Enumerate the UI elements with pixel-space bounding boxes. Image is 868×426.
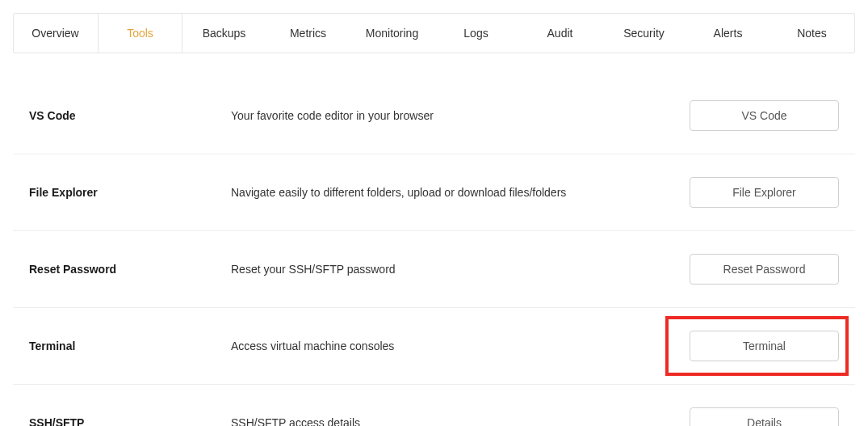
tools-list: VS Code Your favorite code editor in you… [13, 78, 855, 426]
tab-overview[interactable]: Overview [14, 14, 98, 53]
row-desc: Navigate easily to different folders, up… [231, 186, 677, 199]
row-desc: Access virtual machine consoles [231, 340, 677, 352]
row-file-explorer: File Explorer Navigate easily to differe… [13, 154, 855, 231]
tab-security[interactable]: Security [602, 14, 686, 53]
tab-logs[interactable]: Logs [434, 14, 518, 53]
row-title: Terminal [29, 340, 231, 352]
tab-backups[interactable]: Backups [182, 14, 266, 53]
row-action: Reset Password [677, 254, 839, 285]
row-reset-password: Reset Password Reset your SSH/SFTP passw… [13, 231, 855, 308]
row-title: SSH/SFTP [29, 416, 231, 426]
tab-audit[interactable]: Audit [518, 14, 602, 53]
row-title: VS Code [29, 109, 231, 122]
row-action: File Explorer [677, 177, 839, 208]
row-desc: Reset your SSH/SFTP password [231, 263, 677, 276]
tab-notes[interactable]: Notes [770, 14, 854, 53]
tab-bar: Overview Tools Backups Metrics Monitorin… [13, 13, 855, 53]
tab-tools[interactable]: Tools [98, 14, 182, 53]
row-action: VS Code [677, 100, 839, 131]
terminal-button[interactable]: Terminal [690, 331, 839, 361]
row-title: Reset Password [29, 263, 231, 276]
tab-monitoring[interactable]: Monitoring [350, 14, 434, 53]
row-action: Details [677, 407, 839, 426]
row-desc: Your favorite code editor in your browse… [231, 109, 677, 122]
tab-metrics[interactable]: Metrics [266, 14, 350, 53]
row-desc: SSH/SFTP access details [231, 416, 677, 426]
reset-password-button[interactable]: Reset Password [690, 254, 839, 285]
row-ssh-sftp: SSH/SFTP SSH/SFTP access details Details [13, 385, 855, 426]
row-vscode: VS Code Your favorite code editor in you… [13, 78, 855, 154]
row-title: File Explorer [29, 186, 231, 199]
ssh-sftp-details-button[interactable]: Details [690, 407, 839, 426]
vscode-button[interactable]: VS Code [690, 100, 839, 131]
file-explorer-button[interactable]: File Explorer [690, 177, 839, 208]
row-terminal: Terminal Access virtual machine consoles… [13, 308, 855, 385]
tab-alerts[interactable]: Alerts [686, 14, 770, 53]
row-action: Terminal [677, 331, 839, 361]
